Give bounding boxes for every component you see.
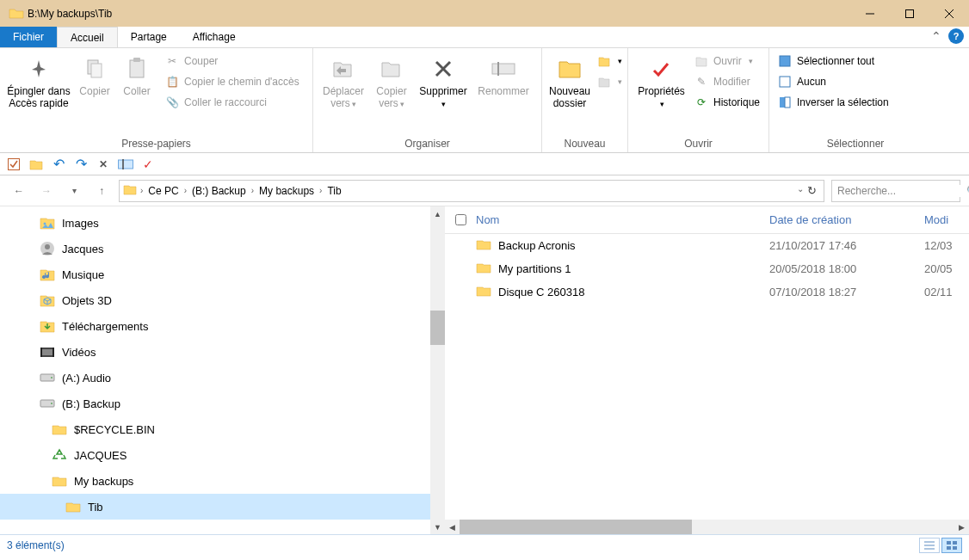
breadcrumb-item[interactable]: (B:) Backup [190, 185, 248, 197]
chevron-right-icon[interactable]: › [184, 186, 187, 195]
folder-icon [476, 285, 491, 299]
refresh-icon[interactable]: ↻ [807, 184, 817, 197]
open-icon [694, 54, 708, 68]
tree-item[interactable]: My backups [0, 468, 445, 494]
scroll-down-icon[interactable]: ▼ [430, 520, 445, 534]
search-box[interactable]: 🔍 [831, 180, 960, 202]
ribbon-group-label: Nouveau [547, 136, 622, 152]
tree-item[interactable]: $RECYCLE.BIN [0, 416, 445, 442]
tree-item[interactable]: (B:) Backup [0, 391, 445, 416]
tree-item[interactable]: Tib [0, 494, 445, 520]
folder-icon [123, 183, 137, 198]
properties-icon[interactable]: ✓ [139, 156, 157, 173]
select-all-button[interactable]: Sélectionner tout [775, 51, 892, 71]
icons-view-button[interactable] [941, 538, 962, 553]
tree-item[interactable]: Musique [0, 262, 445, 287]
tab-affichage[interactable]: Affichage [180, 27, 249, 47]
history-button[interactable]: ⟳Historique [691, 92, 763, 112]
chevron-right-icon[interactable]: › [251, 186, 254, 195]
chevron-right-icon[interactable]: › [319, 186, 322, 195]
new-folder-button[interactable]: Nouveau dossier [547, 51, 592, 113]
videos-icon [40, 344, 55, 360]
column-created[interactable]: Date de création [769, 213, 924, 226]
tree-item[interactable]: JACQUES [0, 442, 445, 468]
copy-icon [84, 58, 105, 79]
up-button[interactable]: ↑ [91, 181, 112, 201]
scroll-up-icon[interactable]: ▲ [430, 206, 445, 221]
copy-button[interactable]: Copier [74, 51, 115, 101]
checkbox-icon[interactable] [5, 156, 22, 173]
tree-item[interactable]: Images [0, 210, 445, 236]
file-created: 20/05/2018 18:00 [769, 262, 924, 275]
maximize-button[interactable] [890, 0, 929, 27]
search-input[interactable] [837, 185, 966, 197]
tab-accueil[interactable]: Accueil [57, 27, 118, 47]
tree-item[interactable]: Jacques [0, 236, 445, 262]
new-item-button[interactable]: ▾ [594, 51, 626, 71]
check-icon [651, 58, 671, 79]
chevron-right-icon[interactable]: › [140, 186, 143, 195]
file-modified: 20/05 [924, 262, 969, 275]
copy-to-button[interactable]: Copier vers▾ [370, 51, 413, 114]
rename-icon[interactable] [117, 156, 134, 173]
scroll-right-icon[interactable]: ▶ [954, 520, 969, 534]
dropdown-icon[interactable]: ⌄ [797, 184, 804, 197]
ribbon-collapse-icon[interactable]: ⌃ [931, 29, 941, 43]
tree-item[interactable]: Vidéos [0, 339, 445, 365]
svg-rect-6 [130, 60, 144, 77]
close-button[interactable] [929, 0, 969, 27]
recent-dropdown[interactable]: ▾ [64, 181, 84, 201]
open-button[interactable]: Ouvrir▾ [691, 51, 763, 71]
svg-rect-5 [91, 64, 102, 77]
breadcrumb-item[interactable]: Ce PC [146, 185, 180, 197]
copy-path-button[interactable]: 📋Copier le chemin d'accès [162, 71, 303, 91]
edit-button[interactable]: ✎Modifier [691, 71, 763, 91]
address-bar[interactable]: › Ce PC › (B:) Backup › My backups › Tib… [119, 180, 824, 202]
select-all-checkbox[interactable] [455, 214, 466, 225]
vertical-scrollbar[interactable]: ▲ ▼ [430, 206, 445, 534]
delete-icon[interactable]: ✕ [95, 156, 112, 173]
cut-button[interactable]: ✂Couper [162, 51, 303, 71]
drive-icon [40, 370, 55, 385]
select-none-button[interactable]: Aucun [775, 71, 892, 91]
navigation-tree[interactable]: ImagesJacquesMusiqueObjets 3DTéléchargem… [0, 206, 445, 534]
tree-item[interactable]: (A:) Audio [0, 365, 445, 391]
file-row[interactable]: Disque C 26031807/10/2018 18:2702/11 [445, 280, 969, 304]
breadcrumb-item[interactable]: Tib [325, 185, 343, 197]
back-button[interactable]: ← [9, 181, 29, 201]
file-row[interactable]: My partitions 120/05/2018 18:0020/05 [445, 257, 969, 280]
forward-button[interactable]: → [36, 181, 57, 201]
svg-rect-15 [785, 97, 790, 108]
paste-button[interactable]: Coller [117, 51, 157, 101]
delete-button[interactable]: Supprimer▾ [415, 51, 472, 114]
file-row[interactable]: Backup Acronis21/10/2017 17:4612/03 [445, 234, 969, 257]
move-to-button[interactable]: Déplacer vers▾ [318, 51, 368, 114]
scroll-thumb[interactable] [430, 311, 445, 345]
invert-selection-button[interactable]: Inverser la sélection [775, 92, 892, 112]
help-icon[interactable]: ? [948, 28, 964, 44]
tab-fichier[interactable]: Fichier [0, 27, 57, 47]
scroll-thumb[interactable] [460, 520, 692, 534]
scroll-left-icon[interactable]: ◀ [445, 520, 460, 534]
minimize-button[interactable] [850, 0, 890, 27]
edit-icon: ✎ [694, 75, 708, 89]
details-view-button[interactable] [919, 538, 940, 553]
folder-icon[interactable] [28, 156, 45, 173]
horizontal-scrollbar[interactable]: ◀ ▶ [445, 520, 969, 534]
tree-item[interactable]: Objets 3D [0, 287, 445, 313]
tab-partage[interactable]: Partage [118, 27, 180, 47]
column-name[interactable]: Nom [476, 213, 769, 226]
easy-access-button[interactable]: ▾ [594, 71, 626, 91]
tree-item[interactable]: Téléchargements [0, 313, 445, 339]
rename-button[interactable]: Renommer [473, 51, 534, 101]
drive-icon [40, 396, 55, 411]
column-modified[interactable]: Modi [924, 213, 969, 226]
file-modified: 12/03 [924, 239, 969, 252]
pin-quick-access-button[interactable]: Épingler dans Accès rapide [5, 51, 72, 113]
redo-icon[interactable]: ↷ [72, 156, 89, 173]
paste-shortcut-button[interactable]: 📎Coller le raccourci [162, 92, 303, 112]
svg-rect-1 [906, 9, 914, 17]
breadcrumb-item[interactable]: My backups [257, 185, 316, 197]
undo-icon[interactable]: ↶ [50, 156, 67, 173]
properties-button[interactable]: Propriétés▾ [633, 51, 689, 114]
